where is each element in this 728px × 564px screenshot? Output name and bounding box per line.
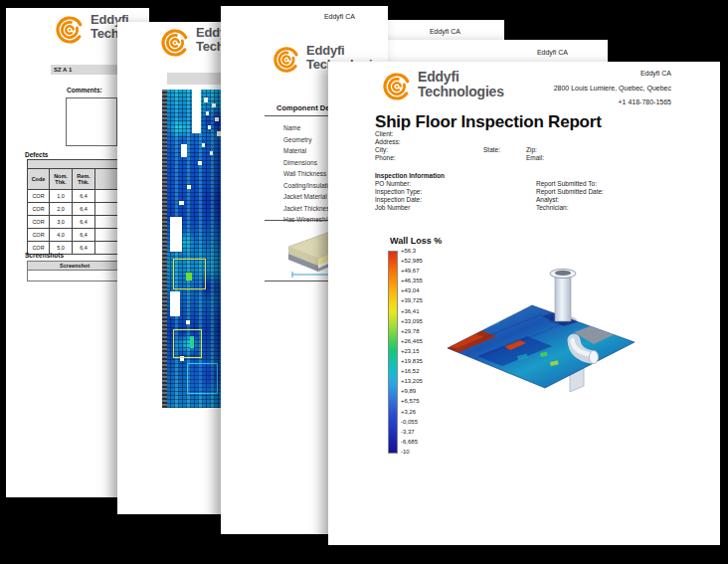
address-label: Address: [375,138,401,145]
phone-label: Phone: [375,154,396,161]
eddyfi-spiral-icon [54,13,86,47]
eddyfi-spiral-icon [381,70,413,103]
inspection-field-label: Inspection Type: [375,188,422,196]
legend-tick-label: +39,725 [401,297,423,303]
legend-tick-label: +6,575 [401,398,423,404]
scan-edge-column [162,90,167,408]
inspection-left-column: PO Number:Inspection Type:Inspection Dat… [375,180,422,212]
email-label: Email: [526,154,544,161]
comments-label: Comments: [67,87,102,94]
table-top-strip [28,160,123,169]
table-cell: COR [28,203,50,216]
legend-tick-label: -0,055 [401,419,423,425]
logo-line1: Eddyfi [418,70,504,85]
table-row: COR4,06,4 [28,229,123,242]
table-row: COR2,06,4 [28,203,123,216]
table-header-row: Code Nom. Thk. Rem. Thk. [28,169,123,190]
inspection-info-heading: Inspection Information [375,172,445,179]
defects-label: Defects [25,151,48,158]
table-cell: 4,0 [50,229,73,242]
legend-tick-label: +46,355 [401,278,423,283]
screenshot-empty-row [27,271,122,282]
legend-tick-label: +19,835 [401,358,423,364]
legend-tick-label: -6,685 [401,439,423,445]
inspection-field-label: Technician: [536,204,604,212]
table-cell: 6,4 [73,216,95,229]
legend-tick-label: +9,89 [401,388,423,394]
inspection-field-label: Analyst: [536,196,604,204]
legend-tick-label: -3,37 [401,429,423,435]
comments-box [66,97,117,146]
legend-tick-label: +26,465 [401,338,423,344]
legend-tick-label: +56,3 [401,248,423,254]
city-label: City: [375,146,388,153]
company-address: 2800 Louis Lumiere, Quebec, Quebec [554,82,671,96]
eddyfi-spiral-icon [272,44,301,76]
report-pages-stack: Eddyfi Technologies SZ A 1 Comments: Def… [0,0,728,564]
defects-table: Code Nom. Thk. Rem. Thk. COR1,06,4COR2,0… [27,159,123,255]
company-phone: +1 418-780-1565 [554,95,671,110]
table-cell: 6,4 [73,203,95,216]
report-page-front: Eddyfi Technologies Eddyfi CA 2800 Louis… [328,62,720,545]
selection-box [187,363,218,394]
table-cell: 6,4 [73,190,95,203]
legend-tick-label: +33,095 [401,318,423,324]
legend-labels: +56,3+52,985+49,67+46,355+43,04+39,725+3… [401,248,423,455]
table-cell: 3,0 [50,216,73,229]
table-cell: COR [28,190,50,203]
table-cell: COR [28,229,50,242]
inspection-field-label: Report Submitted To: [536,180,604,188]
legend-tick-label: +36,41 [401,308,423,314]
legend-tick-label: +49,67 [401,268,423,274]
table-cell: COR [28,216,50,229]
col-header-rem-thk: Rem. Thk. [73,169,95,190]
company-name: Eddyfi CA [554,67,671,82]
table-cell: 2,0 [50,203,73,216]
legend-tick-label: +23,15 [401,348,423,354]
logo-line1: Eddyfi [306,44,386,58]
state-label: State: [483,146,500,153]
table-cell: 6,4 [73,229,95,242]
table-row: COR3,06,4 [28,216,123,229]
eddyfi-logo-text: Eddyfi Technologies [418,70,504,99]
zip-label: Zip: [526,146,537,153]
inspection-field-label: Inspection Date: [375,196,422,204]
report-title: Ship Floor Inspection Report [375,112,602,132]
table-cell: 1,0 [50,190,73,203]
company-header: Eddyfi CA [324,13,355,20]
table-row: COR1,06,4 [28,190,123,203]
col-header-nom-thk: Nom. Thk. [50,169,73,190]
legend-tick-label: +13,205 [401,378,423,384]
inspection-field-label: PO Number: [375,180,422,188]
inspection-field-label: Job Number [375,204,422,212]
table-cell: 6,4 [73,242,95,255]
company-header: Eddyfi CA [537,49,568,56]
inspection-field-label: Report Submitted Date: [536,188,604,196]
legend-tick-label: +43,04 [401,287,423,293]
client-label: Client: [375,130,393,137]
wall-loss-color-scale [388,251,398,454]
company-contact-block: Eddyfi CA 2800 Louis Lumiere, Quebec, Qu… [554,67,671,110]
screenshots-label: Screenshots [25,252,64,259]
legend-tick-label: +29,78 [401,328,423,334]
col-header-code: Code [28,169,50,190]
eddyfi-spiral-icon [159,26,191,60]
legend-tick-label: -10 [401,449,423,455]
inspection-right-column: Report Submitted To:Report Submitted Dat… [536,180,604,212]
legend-tick-label: +52,985 [401,258,423,264]
legend-tick-label: +3,26 [401,409,423,415]
wall-loss-legend-title: Wall Loss % [390,236,442,246]
company-header: Eddyfi CA [430,28,460,35]
defect-marker-box [173,329,202,358]
defects-table-body: Code Nom. Thk. Rem. Thk. COR1,06,4COR2,0… [28,160,123,255]
legend-tick-label: +16,52 [401,368,423,374]
logo-line2: Technologies [418,85,504,99]
screenshot-column-header: Screenshot [27,261,122,271]
ship-floor-3d-render [423,259,661,403]
eddyfi-logo: Eddyfi Technologies [381,70,504,103]
